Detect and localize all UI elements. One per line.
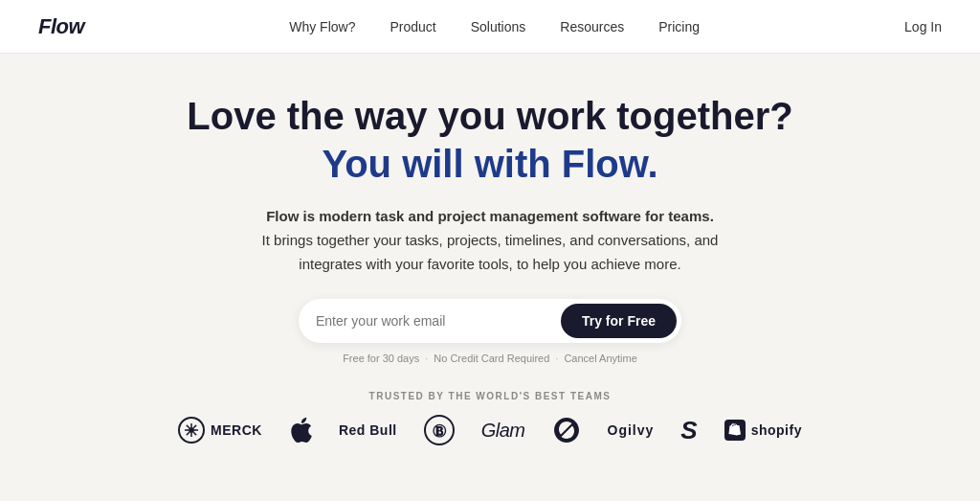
merck-text: MERCK — [211, 422, 262, 438]
svg-line-6 — [193, 432, 196, 435]
nav-why-flow[interactable]: Why Flow? — [289, 19, 355, 34]
trusted-section: TRUSTED BY THE WORLD'S BEST TEAMS — [178, 391, 802, 445]
brand-shopify: shopify — [724, 420, 802, 441]
brand-redbull: Red Bull — [339, 422, 397, 438]
svg-line-5 — [187, 425, 189, 428]
nav-pricing[interactable]: Pricing — [658, 19, 700, 34]
apple-icon — [289, 417, 312, 444]
navbar: Flow Why Flow? Product Solutions Resourc… — [0, 0, 980, 54]
svg-text:Ⓑ: Ⓑ — [433, 423, 447, 439]
ogilvy-text: Ogilvy — [608, 422, 655, 438]
bg-icon: B Ⓑ — [424, 415, 455, 445]
hero-title-line1: Love the way you work together? — [187, 94, 792, 138]
svg-line-7 — [193, 425, 196, 428]
footnote-part3: Cancel Anytime — [564, 353, 636, 364]
merck-icon — [178, 417, 205, 444]
hero-section: Love the way you work together? You will… — [0, 54, 980, 468]
brand-merck: MERCK — [178, 417, 262, 444]
nav-product[interactable]: Product — [390, 19, 435, 34]
footnote-part2: No Credit Card Required — [434, 353, 549, 364]
svg-line-8 — [187, 432, 189, 435]
carhartt-icon — [552, 416, 581, 444]
footnote-sep2: · — [555, 353, 558, 364]
hero-title-line2: You will with Flow. — [322, 142, 657, 186]
logo[interactable]: Flow — [38, 14, 84, 39]
trusted-label: TRUSTED BY THE WORLD'S BEST TEAMS — [369, 391, 612, 401]
brand-apple — [289, 417, 312, 444]
svg-point-0 — [189, 427, 194, 433]
brand-logos: MERCK Red Bull B Ⓑ — [178, 415, 802, 445]
swirl-s-text: S — [680, 416, 697, 445]
brand-swirl: S — [680, 416, 697, 445]
email-form: Try for Free — [299, 299, 681, 343]
footnote-sep1: · — [425, 353, 428, 364]
glam-text: Glam — [481, 420, 525, 442]
login-link[interactable]: Log In — [904, 19, 942, 34]
redbull-text: Red Bull — [339, 422, 397, 438]
brand-carhartt — [552, 416, 581, 444]
try-for-free-button[interactable]: Try for Free — [561, 304, 677, 338]
nav-links: Why Flow? Product Solutions Resources Pr… — [289, 18, 700, 35]
shopify-icon — [724, 420, 746, 441]
form-footnote: Free for 30 days · No Credit Card Requir… — [343, 353, 637, 364]
brand-glam: Glam — [481, 420, 525, 442]
footnote-part1: Free for 30 days — [343, 353, 419, 364]
nav-solutions[interactable]: Solutions — [471, 19, 526, 34]
nav-resources[interactable]: Resources — [560, 19, 624, 34]
brand-bg: B Ⓑ — [424, 415, 455, 445]
shopify-text: shopify — [751, 422, 802, 438]
hero-description: Flow is modern task and project manageme… — [251, 205, 729, 276]
brand-ogilvy: Ogilvy — [608, 422, 655, 438]
email-input[interactable] — [316, 313, 561, 329]
